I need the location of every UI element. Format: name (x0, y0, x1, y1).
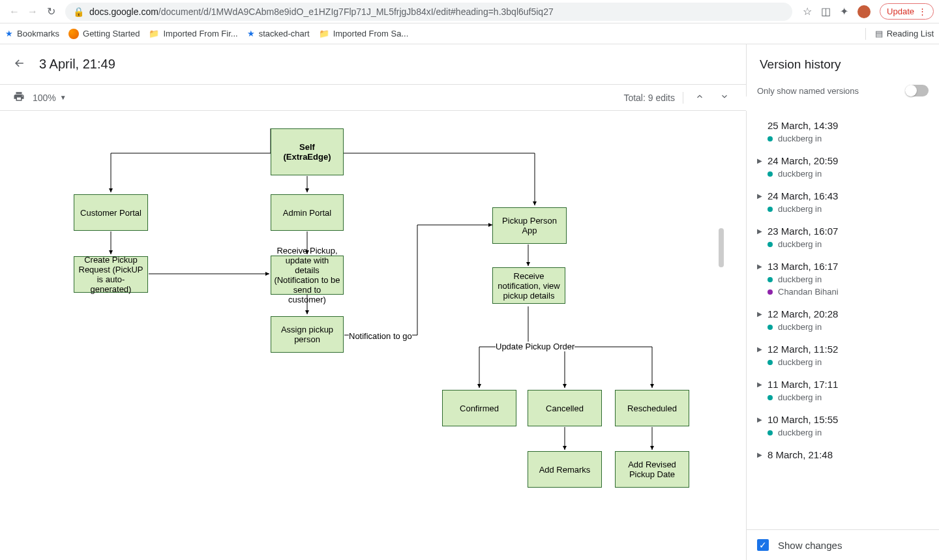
version-item[interactable]: ▶23 March, 16:07duckberg in (747, 219, 939, 254)
folder-icon: 📁 (149, 29, 159, 38)
version-date: 25 March, 14:39 (768, 120, 838, 131)
version-item[interactable]: ▶12 March, 11:52duckberg in (747, 337, 939, 372)
next-edit-button[interactable] (716, 89, 733, 106)
version-history-title: Version history (746, 44, 939, 85)
back-button[interactable]: ← (5, 3, 23, 21)
doc-toolbar: 100%▼ Total: 9 edits (0, 85, 746, 111)
reading-list-button[interactable]: ▤Reading List (875, 29, 934, 38)
prev-edit-button[interactable] (691, 89, 708, 106)
bookmarks-bar: ★Bookmarks Getting Started 📁Imported Fro… (0, 23, 939, 44)
named-versions-toggle[interactable] (905, 85, 929, 96)
reload-button[interactable]: ↻ (42, 3, 60, 21)
star-icon[interactable]: ☆ (803, 5, 812, 18)
diagram: Self (ExtraEdge) Customer Portal Admin P… (0, 111, 724, 560)
address-bar[interactable]: 🔒 docs.google.com/document/d/1MWdA9CAbm8… (65, 3, 792, 21)
version-history-panel: ▶25 March, 14:39duckberg in▶24 March, 20… (746, 111, 939, 560)
author-dot (768, 171, 773, 177)
version-author: duckberg in (768, 239, 929, 249)
caret-icon[interactable]: ▶ (757, 451, 764, 458)
version-date: 10 March, 15:55 (768, 414, 838, 425)
extensions-icon[interactable]: ✦ (840, 5, 848, 18)
version-item[interactable]: ▶25 March, 14:39duckberg in (747, 113, 939, 149)
caret-icon[interactable]: ▶ (757, 228, 764, 235)
version-item[interactable]: ▶11 March, 17:11duckberg in (747, 372, 939, 407)
chevron-down-icon: ▼ (60, 94, 67, 101)
author-dot (768, 430, 773, 435)
node-assign-pickup-person: Assign pickup person (271, 316, 344, 353)
show-changes-label: Show changes (778, 540, 842, 551)
star-icon: ★ (5, 29, 13, 38)
version-date: 12 March, 11:52 (768, 344, 838, 355)
caret-icon[interactable]: ▶ (757, 310, 764, 317)
caret-icon[interactable]: ▶ (757, 381, 764, 388)
node-self: Self (ExtraEdge) (271, 128, 344, 175)
bookmark-imported-fir[interactable]: 📁Imported From Fir... (149, 29, 237, 38)
node-receive-notification: Receive notification, view pickup detail… (492, 267, 565, 304)
print-icon[interactable] (13, 91, 25, 104)
node-pickup-person-app: Pickup Person App (492, 207, 567, 244)
bookmark-bookmarks[interactable]: ★Bookmarks (5, 29, 59, 38)
version-item[interactable]: ▶8 March, 21:48 (747, 443, 939, 465)
author-dot (768, 395, 773, 400)
caret-icon[interactable]: ▶ (757, 192, 764, 199)
author-dot (768, 136, 773, 141)
node-create-pickup-request: Create Pickup Request (PickUP is auto-ge… (74, 256, 148, 293)
version-item[interactable]: ▶10 March, 15:55duckberg in (747, 407, 939, 443)
back-arrow-icon[interactable] (13, 57, 26, 72)
forward-button[interactable]: → (23, 3, 42, 21)
version-date: 12 March, 20:28 (768, 308, 838, 319)
author-dot (768, 325, 773, 330)
version-date: 24 March, 20:59 (768, 155, 838, 166)
version-item[interactable]: ▶24 March, 20:59duckberg in (747, 149, 939, 184)
node-confirmed: Confirmed (442, 390, 516, 426)
caret-icon[interactable]: ▶ (757, 263, 764, 270)
caret-icon[interactable]: ▶ (757, 416, 764, 423)
author-dot (768, 242, 773, 247)
reading-list-icon: ▤ (875, 29, 883, 38)
version-item[interactable]: ▶24 March, 16:43duckberg in (747, 184, 939, 219)
author-dot (768, 289, 773, 295)
version-item[interactable]: ▶12 March, 20:28duckberg in (747, 302, 939, 337)
version-author: duckberg in (768, 274, 929, 284)
node-add-remarks: Add Remarks (528, 451, 602, 488)
version-date: 8 March, 21:48 (768, 449, 833, 460)
version-item[interactable]: ▶13 March, 16:17duckberg inChandan Bihan… (747, 254, 939, 302)
lock-icon: 🔒 (73, 7, 84, 17)
version-author: duckberg in (768, 322, 929, 332)
show-changes-row: ✓ Show changes (747, 529, 939, 560)
profile-avatar[interactable] (857, 5, 871, 18)
browser-toolbar: ← → ↻ 🔒 docs.google.com/document/d/1MWdA… (0, 0, 939, 23)
node-add-revised-pickup-date: Add Revised Pickup Date (615, 451, 689, 488)
show-changes-checkbox[interactable]: ✓ (757, 539, 769, 551)
scrollbar[interactable] (719, 228, 724, 267)
version-author: Chandan Bihani (768, 287, 929, 297)
named-versions-row: Only show named versions (746, 85, 939, 96)
total-edits: Total: 9 edits (623, 93, 675, 103)
version-list[interactable]: ▶25 March, 14:39duckberg in▶24 March, 20… (747, 111, 939, 529)
kebab-icon: ⋮ (918, 7, 927, 16)
label-notification-to-go: Notification to go (349, 331, 412, 341)
url-text: docs.google.com/document/d/1MWdA9CAbm8e9… (89, 7, 784, 17)
node-customer-portal: Customer Portal (74, 194, 148, 231)
bookmark-getting-started[interactable]: Getting Started (68, 29, 140, 39)
bookmark-imported-sa[interactable]: 📁Imported From Sa... (319, 29, 409, 38)
author-dot (768, 207, 773, 212)
node-cancelled: Cancelled (528, 390, 602, 426)
version-date: 11 March, 17:11 (768, 379, 838, 390)
side-panel-icon[interactable]: ◫ (821, 5, 831, 18)
folder-icon: 📁 (319, 29, 329, 38)
divider (683, 92, 683, 104)
author-dot (768, 360, 773, 365)
caret-icon[interactable]: ▶ (757, 346, 764, 353)
toolbar-actions: ☆ ◫ ✦ Update⋮ (803, 3, 934, 20)
zoom-select[interactable]: 100%▼ (33, 93, 67, 103)
star-icon: ★ (247, 29, 255, 38)
version-author: duckberg in (768, 428, 929, 437)
bookmark-stacked-chart[interactable]: ★stacked-chart (247, 29, 310, 38)
update-button[interactable]: Update⋮ (880, 3, 934, 20)
page-title: 3 April, 21:49 (39, 57, 115, 72)
named-versions-label: Only show named versions (757, 86, 859, 96)
doc-header: 3 April, 21:49 (0, 44, 746, 85)
document-canvas[interactable]: Self (ExtraEdge) Customer Portal Admin P… (0, 111, 746, 560)
caret-icon[interactable]: ▶ (757, 157, 764, 164)
